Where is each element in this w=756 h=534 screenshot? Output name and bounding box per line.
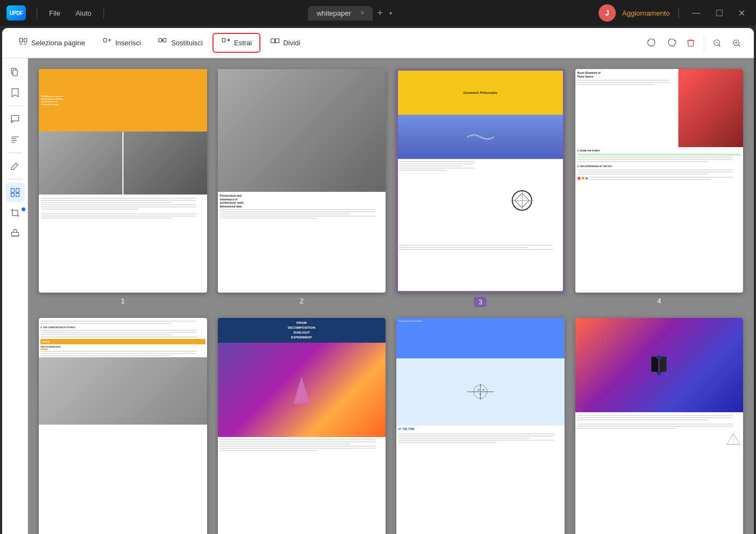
toolbar: Seleziona pagine Inserisci Sostituisci E… (2, 28, 754, 58)
rotate-left-button[interactable] (643, 34, 661, 52)
pages-grid: Building environmentinformation modeling… (39, 69, 743, 534)
svg-text:M: M (478, 389, 479, 391)
svg-rect-6 (271, 39, 275, 43)
sidebar-icon-text[interactable] (5, 130, 25, 149)
inserisci-button[interactable]: Inserisci (95, 34, 149, 52)
rotate-right-button[interactable] (663, 34, 680, 52)
tab-title: whitepaper (317, 9, 351, 17)
zoom-in-button[interactable] (728, 34, 745, 52)
page-number-2: 2 (300, 297, 304, 305)
maximize-button[interactable]: ☐ (711, 7, 727, 19)
svg-rect-12 (11, 189, 14, 193)
svg-text:B: B (479, 393, 481, 396)
pages-container[interactable]: Building environmentinformation modeling… (28, 58, 754, 534)
app-window: Seleziona pagine Inserisci Sostituisci E… (2, 28, 754, 534)
page-thumbnail-4[interactable]: Basic Elements ofPlane Space (575, 69, 744, 293)
inserisci-label: Inserisci (115, 39, 141, 47)
toolbar-right-divider (704, 36, 704, 51)
page-number-1: 1 (121, 297, 125, 305)
tab-add-button[interactable]: + (373, 5, 387, 21)
page-thumbnail-2[interactable]: Preservation andinheritance ofarchitectu… (218, 69, 386, 293)
svg-rect-1 (24, 38, 27, 42)
close-button[interactable]: ✕ (734, 7, 750, 19)
sidebar-icon-comment[interactable] (5, 109, 25, 129)
page-thumbnail-8[interactable] (575, 318, 744, 534)
estrai-icon (221, 37, 231, 48)
page-number-4: 4 (657, 297, 661, 305)
estrai-label: Estrai (234, 39, 252, 47)
sidebar-icon-edit[interactable] (5, 156, 25, 176)
svg-rect-4 (163, 38, 166, 42)
updf-logo-box: UPDF (6, 5, 26, 20)
delete-button[interactable] (682, 34, 699, 52)
page-thumbnail-5[interactable]: 3. THE COMPOSITION OF POINTS String LINE… (39, 318, 207, 534)
separator-3 (678, 8, 679, 18)
seleziona-pagine-button[interactable]: Seleziona pagine (11, 34, 93, 52)
page-item-6[interactable]: PRISMDECOMPOSITIONSUNLIGHTEXPERIMENT (218, 318, 386, 534)
page-thumbnail-1[interactable]: Building environmentinformation modeling… (39, 69, 207, 293)
update-label[interactable]: Aggiornamento (622, 9, 670, 17)
svg-rect-15 (16, 193, 19, 197)
dividi-label: Dividi (283, 39, 300, 47)
svg-rect-13 (16, 189, 19, 193)
sidebar-icon-bookmark[interactable] (5, 83, 25, 102)
sidebar-divider-3 (8, 179, 23, 179)
svg-rect-11 (12, 70, 17, 76)
sidebar-icon-crop[interactable] (5, 203, 25, 223)
sidebar-divider-2 (8, 152, 23, 153)
page-item-4[interactable]: Basic Elements ofPlane Space (575, 69, 744, 307)
svg-rect-0 (19, 38, 22, 42)
minimize-button[interactable]: — (688, 7, 705, 19)
left-sidebar (2, 58, 28, 534)
svg-rect-3 (159, 38, 162, 42)
toolbar-right (643, 34, 745, 52)
sidebar-icon-stamp[interactable] (5, 224, 25, 243)
tab-dropdown[interactable]: ▾ (389, 10, 392, 16)
page-item-2[interactable]: Preservation andinheritance ofarchitectu… (218, 69, 386, 307)
svg-rect-2 (104, 38, 106, 42)
separator-2 (104, 8, 104, 18)
estrai-button[interactable]: Estrai (212, 33, 260, 53)
page-item-7[interactable]: These studies laid the foundation... M M… (396, 318, 565, 534)
page-item-1[interactable]: Building environmentinformation modeling… (39, 69, 207, 307)
tab-whitepaper[interactable]: whitepaper × (308, 6, 373, 20)
menu-aiuto[interactable]: Aiuto (70, 7, 97, 19)
sidebar-divider-1 (8, 106, 23, 106)
user-avatar[interactable]: J (599, 4, 616, 22)
svg-rect-7 (276, 39, 279, 43)
dividi-button[interactable]: Dividi (263, 34, 308, 52)
svg-rect-16 (11, 232, 18, 236)
content-area: Building environmentinformation modeling… (2, 58, 754, 534)
seleziona-icon (18, 37, 28, 48)
tab-area: whitepaper × + ▾ (111, 5, 590, 21)
title-bar-right: J Aggiornamento — ☐ ✕ (599, 4, 750, 22)
zoom-out-button[interactable] (709, 34, 726, 52)
inserisci-icon (102, 37, 112, 48)
page-number-3: 3 (474, 297, 486, 307)
page-item-8[interactable]: 8 (575, 318, 744, 534)
sostituisci-label: Sostituisci (171, 39, 203, 47)
tab-close-button[interactable]: × (360, 9, 364, 17)
page-thumbnail-3[interactable]: Geometric Philosophy (396, 69, 565, 293)
separator-1 (37, 8, 37, 18)
title-bar: UPDF File Aiuto whitepaper × + ▾ J Aggio… (0, 0, 756, 26)
page-thumbnail-7[interactable]: These studies laid the foundation... M M… (396, 318, 565, 534)
page-item-5[interactable]: 3. THE COMPOSITION OF POINTS String LINE… (39, 318, 207, 534)
page-item-3[interactable]: Geometric Philosophy (396, 69, 565, 307)
sidebar-icon-organize[interactable] (5, 183, 25, 202)
updf-logo[interactable]: UPDF (6, 5, 26, 20)
seleziona-pagine-label: Seleziona pagine (31, 39, 85, 47)
sidebar-icon-pages[interactable] (5, 63, 25, 82)
menu-file[interactable]: File (44, 7, 66, 19)
svg-rect-5 (222, 38, 225, 42)
dividi-icon (270, 37, 280, 48)
page-thumbnail-6[interactable]: PRISMDECOMPOSITIONSUNLIGHTEXPERIMENT (218, 318, 386, 534)
sostituisci-icon (158, 37, 168, 48)
svg-text:M: M (483, 389, 484, 391)
sostituisci-button[interactable]: Sostituisci (150, 34, 210, 52)
svg-rect-14 (11, 193, 14, 197)
